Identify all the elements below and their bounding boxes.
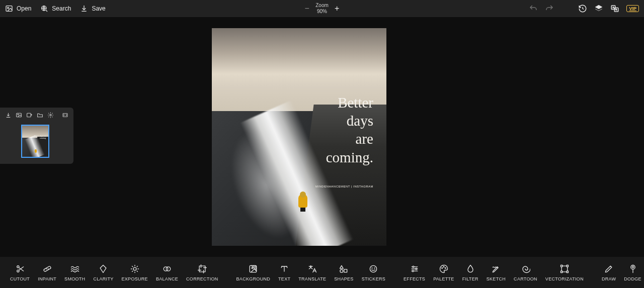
text-icon	[279, 264, 289, 274]
layers-icon[interactable]	[594, 4, 603, 13]
vip-badge[interactable]: VIP	[626, 5, 639, 12]
topbar: Open Search Save − Zoom 90% + VIP	[0, 0, 644, 17]
tool-label: TRANSLATE	[298, 276, 326, 281]
tool-text[interactable]: TEXT	[274, 264, 294, 281]
zoom-in-button[interactable]: +	[334, 4, 341, 13]
search-button[interactable]: Search	[40, 5, 71, 13]
tool-balance[interactable]: BALANCE	[152, 264, 182, 281]
tool-label: TEXT	[278, 276, 290, 281]
tool-inpaint[interactable]: INPAINT	[34, 264, 60, 281]
globe-search-icon	[40, 5, 48, 13]
svg-point-22	[340, 269, 343, 272]
image-icon	[5, 5, 13, 13]
svg-point-30	[443, 266, 444, 267]
panel-expand-icon[interactable]	[62, 112, 68, 119]
tool-label: EXPOSURE	[122, 276, 148, 281]
tool-label: FILTER	[462, 276, 478, 281]
svg-point-37	[632, 266, 633, 268]
tool-correction[interactable]: CORRECTION	[182, 264, 222, 281]
tool-exposure[interactable]: EXPOSURE	[118, 264, 152, 281]
open-button[interactable]: Open	[5, 5, 31, 13]
undo-icon[interactable]	[529, 4, 538, 13]
svg-point-17	[166, 266, 170, 270]
translate-icon	[307, 264, 317, 274]
crop-icon	[197, 264, 207, 274]
tool-label: INPAINT	[38, 276, 56, 281]
svg-rect-21	[344, 269, 347, 272]
svg-point-24	[372, 267, 372, 268]
redo-icon[interactable]	[545, 4, 554, 13]
tool-label: DRAW	[602, 276, 616, 281]
tool-group-effects: EFFECTSPALETTEFILTERSKETCHCARTOONVECTORI…	[399, 264, 588, 281]
vector-icon	[559, 264, 570, 274]
scissors-icon	[15, 264, 25, 274]
tool-cutout[interactable]: CUTOUT	[6, 264, 34, 281]
svg-point-36	[630, 265, 634, 269]
tool-vectorization[interactable]: VECTORIZATION	[541, 264, 588, 281]
svg-point-8	[50, 114, 51, 116]
svg-point-20	[252, 267, 253, 269]
tool-clarity[interactable]: CLARITY	[89, 264, 117, 281]
tool-label: VECTORIZATION	[545, 276, 584, 281]
tool-translate[interactable]: TRANSLATE	[294, 264, 330, 281]
tool-label: CUTOUT	[10, 276, 30, 281]
tool-draw[interactable]: DRAW	[598, 264, 620, 281]
panel-folder-icon[interactable]	[37, 112, 43, 119]
thumbnail-1[interactable]: Better days are coming.	[21, 125, 49, 158]
tool-palette[interactable]: PALETTE	[429, 264, 458, 281]
language-icon[interactable]	[610, 4, 619, 13]
smiley-icon	[368, 264, 378, 274]
tool-shapes[interactable]: SHAPES	[330, 264, 357, 281]
tool-group-draw: DRAWDODGEBURNDESATURATEBLUR	[598, 264, 644, 281]
tool-cartoon[interactable]: CARTOON	[510, 264, 541, 281]
tool-label: BALANCE	[156, 276, 178, 281]
panel-download-icon[interactable]	[5, 112, 12, 119]
history-icon[interactable]	[578, 4, 587, 13]
zoom-out-button[interactable]: −	[303, 4, 310, 13]
svg-point-14	[48, 268, 48, 269]
svg-point-15	[133, 267, 136, 270]
waves-icon	[70, 264, 80, 274]
tool-filter[interactable]: FILTER	[458, 264, 482, 281]
tool-label: CARTOON	[514, 276, 537, 281]
panel-image-icon[interactable]	[16, 112, 22, 119]
tool-label: CORRECTION	[186, 276, 218, 281]
svg-point-6	[18, 114, 19, 115]
tool-label: STICKERS	[362, 276, 385, 281]
rings-icon	[162, 264, 172, 274]
download-icon	[80, 5, 88, 13]
svg-point-27	[415, 268, 417, 269]
side-panel: Better days are coming.	[0, 108, 73, 164]
tool-background[interactable]: BACKGROUND	[232, 264, 275, 281]
topbar-right: VIP	[529, 4, 639, 13]
panel-add-image-icon[interactable]	[26, 112, 33, 119]
tool-dodge[interactable]: DODGE	[620, 264, 644, 281]
panel-gear-icon[interactable]	[47, 112, 54, 119]
tool-label: SHAPES	[334, 276, 353, 281]
tool-smooth[interactable]: SMOOTH	[60, 264, 89, 281]
canvas-image[interactable]: Better days are coming. MINDENHANCEMENT …	[212, 28, 386, 246]
tool-label: EFFECTS	[404, 276, 425, 281]
tool-effects[interactable]: EFFECTS	[399, 264, 429, 281]
bandage-icon	[42, 264, 52, 274]
spiral-icon	[520, 264, 530, 274]
tool-label: SKETCH	[487, 276, 506, 281]
pencil-icon	[604, 264, 614, 274]
tool-sketch[interactable]: SKETCH	[482, 264, 510, 281]
bg-icon	[248, 264, 258, 274]
save-button[interactable]: Save	[80, 5, 105, 13]
zoom-display[interactable]: Zoom 90%	[315, 3, 329, 14]
svg-rect-12	[43, 266, 51, 272]
svg-rect-7	[27, 113, 31, 117]
zoom-label: Zoom	[315, 3, 329, 8]
person-figure	[297, 191, 308, 212]
svg-point-25	[374, 267, 375, 268]
palette-icon	[439, 264, 449, 274]
svg-point-28	[412, 270, 414, 271]
tool-label: BACKGROUND	[236, 276, 271, 281]
tool-stickers[interactable]: STICKERS	[358, 264, 389, 281]
diamond-icon	[98, 264, 108, 274]
save-label: Save	[92, 5, 105, 12]
svg-point-31	[445, 267, 446, 268]
tool-label: CLARITY	[93, 276, 113, 281]
